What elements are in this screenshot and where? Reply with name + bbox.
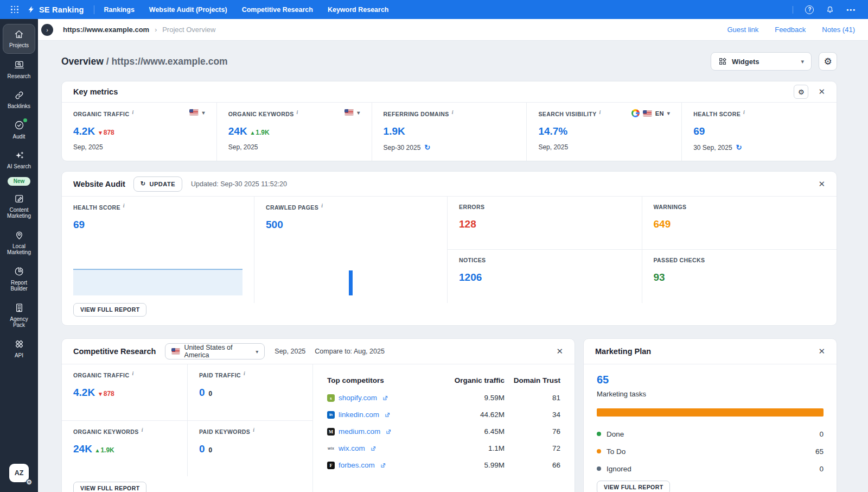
sidebar-item-ai-search[interactable]: AI Search [3, 146, 35, 174]
close-icon[interactable]: ✕ [818, 179, 825, 189]
nav-item-website-audit[interactable]: Website Audit (Projects) [149, 6, 227, 14]
sidebar-item-backlinks[interactable]: Backlinks [3, 85, 35, 114]
legend-row-done: Done 0 [597, 425, 824, 443]
domain-trust-cell: 81 [505, 394, 560, 402]
metric-health-score: HEALTH SCORE i 69 30 Sep, 2025 ↻ [681, 103, 837, 161]
nav-item-rankings[interactable]: Rankings [104, 6, 135, 14]
info-icon[interactable]: i [142, 427, 143, 433]
marketing-plan-title: Marketing Plan [595, 347, 651, 356]
wix-favicon: wix [327, 445, 335, 452]
refresh-icon[interactable]: ↻ [424, 143, 430, 152]
sidebar-item-content-marketing[interactable]: Content Marketing [3, 189, 35, 224]
region-dropdown[interactable]: United States of America ▾ [165, 343, 265, 359]
key-metrics-settings-button[interactable]: ⚙ [794, 85, 808, 99]
page-settings-button[interactable]: ⚙ [819, 52, 837, 71]
external-link-icon[interactable] [370, 445, 376, 452]
organic-traffic-cell: 6.45M [431, 427, 505, 436]
country-selector[interactable]: ▾ [344, 109, 360, 116]
sidebar-item-agency-pack[interactable]: Agency Pack [3, 298, 35, 333]
info-icon[interactable]: i [452, 109, 454, 115]
notes-button[interactable]: Notes (41) [822, 26, 855, 34]
update-button[interactable]: ↻ UPDATE [133, 176, 182, 192]
widgets-dropdown[interactable]: Widgets ▾ [711, 52, 812, 71]
info-icon[interactable]: i [253, 427, 254, 433]
info-icon[interactable]: i [599, 109, 601, 115]
language-tag: EN [655, 110, 664, 117]
sidebar-item-local-marketing[interactable]: Local Marketing [3, 225, 35, 260]
nav-item-keyword-research[interactable]: Keyword Research [328, 6, 389, 14]
audit-view-full-report-button[interactable]: VIEW FULL REPORT [73, 303, 146, 317]
gear-icon: ⚙ [824, 56, 832, 67]
close-icon[interactable]: ✕ [818, 87, 825, 97]
top-navbar: SE Ranking Rankings Website Audit (Proje… [0, 0, 868, 19]
us-flag-icon [643, 110, 652, 117]
health-score-value: 69 [73, 219, 242, 231]
breadcrumb-page: Project Overview [162, 26, 215, 34]
bottom-row: Competitive Research United States of Am… [61, 338, 837, 492]
mp-view-full-report-button[interactable]: VIEW FULL REPORT [597, 481, 670, 492]
external-link-icon[interactable] [382, 395, 388, 401]
competitor-link[interactable]: forbes.com [339, 461, 375, 469]
main-area: › https://www.example.com › Project Over… [38, 19, 868, 492]
brand-logo[interactable]: SE Ranking [27, 5, 84, 14]
search-engine-selector[interactable]: EN ▾ [631, 109, 671, 117]
notifications-bell-icon[interactable] [826, 5, 834, 14]
close-icon[interactable]: ✕ [556, 346, 563, 356]
more-options-icon[interactable]: ••• [846, 7, 856, 13]
api-icon [14, 338, 25, 350]
ignored-count: 0 [819, 465, 824, 473]
region-label: United States of America [184, 344, 252, 359]
competitor-link[interactable]: medium.com [339, 427, 380, 436]
info-icon[interactable]: i [743, 109, 745, 115]
metric-organic-traffic: ORGANIC TRAFFIC i ▾ 4.2K 878 Sep, 2025 [62, 103, 216, 161]
avatar[interactable]: AZ ⚙ [9, 464, 29, 482]
refresh-icon[interactable]: ↻ [736, 143, 742, 152]
info-icon[interactable]: i [244, 370, 245, 376]
metric-value: 24K [228, 125, 247, 137]
competitor-link[interactable]: linkedin.com [339, 411, 379, 419]
audit-crawled-pages-panel: CRAWLED PAGES i 500 [254, 197, 448, 303]
page-content: Overview / https://www.example.com Widge… [38, 41, 868, 492]
link-icon [14, 89, 25, 101]
country-selector[interactable]: ▾ [189, 109, 205, 116]
sidebar-item-research[interactable]: Research [3, 55, 35, 84]
external-link-icon[interactable] [385, 428, 392, 435]
app-launcher-icon[interactable] [11, 6, 18, 14]
sidebar-expand-icon[interactable]: › [41, 24, 53, 36]
gear-icon: ⚙ [798, 88, 805, 96]
page-title: Overview / https://www.example.com [61, 56, 228, 67]
breadcrumb-bar: › https://www.example.com › Project Over… [38, 19, 868, 41]
cr-view-full-report-button[interactable]: VIEW FULL REPORT [73, 482, 146, 492]
sidebar-item-api[interactable]: API [3, 335, 35, 363]
external-link-icon[interactable] [380, 462, 386, 469]
nav-item-competitive-research[interactable]: Competitive Research [242, 6, 313, 14]
errors-value: 128 [459, 218, 630, 230]
info-icon[interactable]: i [132, 370, 133, 376]
website-audit-body: HEALTH SCORE i 69 CRAWLED PAGES i 500 [62, 197, 837, 303]
guest-link-button[interactable]: Guest link [727, 26, 758, 34]
brand-name: SE Ranking [39, 5, 84, 14]
info-icon[interactable]: i [297, 109, 298, 115]
forbes-favicon: F [327, 462, 335, 469]
info-icon[interactable]: i [132, 109, 133, 115]
competitor-link[interactable]: wix.com [339, 444, 365, 452]
top-competitors-panel: Top competitors Organic traffic Domain T… [312, 364, 575, 492]
info-icon[interactable]: i [123, 203, 125, 209]
sidebar-item-audit[interactable]: Audit [3, 116, 35, 144]
done-dot-icon [597, 432, 601, 436]
close-icon[interactable]: ✕ [818, 346, 825, 356]
competitor-link[interactable]: shopify.com [339, 394, 377, 402]
settings-gear-icon[interactable]: ⚙ [26, 479, 32, 485]
external-link-icon[interactable] [384, 412, 391, 418]
audit-stat-warnings: WARNINGS 649 [642, 197, 837, 250]
help-icon[interactable]: ? [805, 5, 814, 14]
title-actions: Widgets ▾ ⚙ [711, 52, 837, 71]
key-metrics-title: Key metrics [73, 87, 118, 96]
info-icon[interactable]: i [321, 203, 323, 209]
sidebar-item-report-builder[interactable]: Report Builder [3, 262, 35, 297]
feedback-button[interactable]: Feedback [775, 26, 806, 34]
breadcrumb-project[interactable]: https://www.example.com [63, 26, 149, 34]
metric-value: 0 [199, 387, 205, 399]
marketing-tasks-count: 65 [597, 374, 824, 386]
sidebar-item-projects[interactable]: Projects [3, 24, 35, 54]
